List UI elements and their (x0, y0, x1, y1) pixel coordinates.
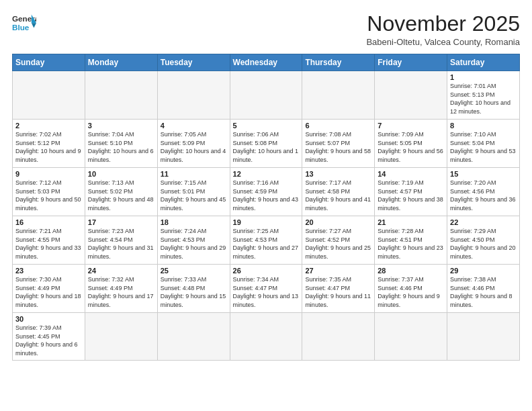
calendar-cell (230, 71, 302, 120)
day-info: Sunrise: 7:02 AM Sunset: 5:12 PM Dayligh… (15, 130, 82, 164)
calendar-cell: 16Sunrise: 7:21 AM Sunset: 4:55 PM Dayli… (13, 216, 85, 265)
day-info: Sunrise: 7:21 AM Sunset: 4:55 PM Dayligh… (15, 227, 82, 261)
day-info: Sunrise: 7:27 AM Sunset: 4:52 PM Dayligh… (305, 227, 371, 261)
calendar-cell: 7Sunrise: 7:09 AM Sunset: 5:05 PM Daylig… (375, 120, 447, 168)
col-saturday: Saturday (447, 54, 520, 71)
calendar-cell: 20Sunrise: 7:27 AM Sunset: 4:52 PM Dayli… (302, 216, 375, 265)
calendar-cell: 4Sunrise: 7:05 AM Sunset: 5:09 PM Daylig… (157, 120, 230, 168)
calendar-week-4: 16Sunrise: 7:21 AM Sunset: 4:55 PM Dayli… (13, 216, 520, 265)
calendar-cell: 27Sunrise: 7:35 AM Sunset: 4:47 PM Dayli… (302, 265, 375, 313)
calendar-cell: 1Sunrise: 7:01 AM Sunset: 5:13 PM Daylig… (447, 71, 520, 120)
day-info: Sunrise: 7:30 AM Sunset: 4:49 PM Dayligh… (15, 275, 82, 309)
day-info: Sunrise: 7:38 AM Sunset: 4:46 PM Dayligh… (450, 275, 517, 309)
logo-icon: General Blue (12, 12, 36, 36)
svg-marker-3 (32, 23, 36, 28)
header-row: Sunday Monday Tuesday Wednesday Thursday… (13, 54, 520, 71)
calendar-cell: 25Sunrise: 7:33 AM Sunset: 4:48 PM Dayli… (157, 265, 230, 313)
calendar-cell (375, 71, 447, 120)
calendar-cell: 21Sunrise: 7:28 AM Sunset: 4:51 PM Dayli… (375, 216, 447, 265)
day-info: Sunrise: 7:09 AM Sunset: 5:05 PM Dayligh… (378, 130, 444, 164)
day-number: 11 (161, 170, 227, 178)
calendar-cell: 30Sunrise: 7:39 AM Sunset: 4:45 PM Dayli… (13, 313, 85, 360)
day-number: 9 (15, 170, 82, 178)
day-number: 17 (88, 218, 154, 226)
day-number: 27 (305, 267, 371, 275)
calendar-cell (85, 71, 157, 120)
calendar-cell: 15Sunrise: 7:20 AM Sunset: 4:56 PM Dayli… (447, 168, 520, 216)
calendar-cell: 26Sunrise: 7:34 AM Sunset: 4:47 PM Dayli… (230, 265, 302, 313)
calendar-cell (13, 71, 85, 120)
day-info: Sunrise: 7:24 AM Sunset: 4:53 PM Dayligh… (161, 227, 227, 261)
day-number: 4 (161, 122, 227, 130)
calendar-cell (302, 71, 375, 120)
day-number: 19 (233, 218, 300, 226)
svg-text:Blue: Blue (12, 23, 30, 32)
calendar-cell: 24Sunrise: 7:32 AM Sunset: 4:49 PM Dayli… (85, 265, 157, 313)
day-number: 15 (450, 170, 517, 178)
day-number: 6 (305, 122, 371, 130)
day-number: 24 (88, 267, 154, 275)
day-number: 13 (305, 170, 371, 178)
calendar-cell: 11Sunrise: 7:15 AM Sunset: 5:01 PM Dayli… (157, 168, 230, 216)
day-number: 28 (378, 267, 444, 275)
calendar-table: Sunday Monday Tuesday Wednesday Thursday… (12, 54, 520, 360)
day-info: Sunrise: 7:33 AM Sunset: 4:48 PM Dayligh… (161, 275, 227, 309)
calendar-cell: 28Sunrise: 7:37 AM Sunset: 4:46 PM Dayli… (375, 265, 447, 313)
day-info: Sunrise: 7:13 AM Sunset: 5:02 PM Dayligh… (88, 179, 154, 212)
day-number: 25 (161, 267, 227, 275)
header: General Blue November 2025 Babeni-Oltetu… (12, 12, 520, 47)
day-info: Sunrise: 7:15 AM Sunset: 5:01 PM Dayligh… (161, 179, 227, 212)
col-wednesday: Wednesday (230, 54, 302, 71)
day-info: Sunrise: 7:23 AM Sunset: 4:54 PM Dayligh… (88, 227, 154, 261)
logo: General Blue (12, 12, 36, 36)
day-number: 7 (378, 122, 444, 130)
day-info: Sunrise: 7:01 AM Sunset: 5:13 PM Dayligh… (450, 82, 517, 116)
day-info: Sunrise: 7:25 AM Sunset: 4:53 PM Dayligh… (233, 227, 300, 261)
calendar-cell: 6Sunrise: 7:08 AM Sunset: 5:07 PM Daylig… (302, 120, 375, 168)
day-info: Sunrise: 7:19 AM Sunset: 4:57 PM Dayligh… (378, 179, 444, 212)
day-info: Sunrise: 7:16 AM Sunset: 4:59 PM Dayligh… (233, 179, 300, 212)
day-info: Sunrise: 7:39 AM Sunset: 4:45 PM Dayligh… (15, 324, 82, 357)
calendar-cell (447, 313, 520, 360)
day-info: Sunrise: 7:04 AM Sunset: 5:10 PM Dayligh… (88, 130, 154, 164)
day-number: 3 (88, 122, 154, 130)
calendar-cell (375, 313, 447, 360)
day-number: 22 (450, 218, 517, 226)
day-info: Sunrise: 7:37 AM Sunset: 4:46 PM Dayligh… (378, 275, 444, 309)
calendar-cell: 19Sunrise: 7:25 AM Sunset: 4:53 PM Dayli… (230, 216, 302, 265)
day-info: Sunrise: 7:06 AM Sunset: 5:08 PM Dayligh… (233, 130, 300, 164)
day-number: 29 (450, 267, 517, 275)
calendar-cell: 17Sunrise: 7:23 AM Sunset: 4:54 PM Dayli… (85, 216, 157, 265)
calendar-week-1: 1Sunrise: 7:01 AM Sunset: 5:13 PM Daylig… (13, 71, 520, 120)
day-number: 26 (233, 267, 300, 275)
calendar-cell: 18Sunrise: 7:24 AM Sunset: 4:53 PM Dayli… (157, 216, 230, 265)
day-number: 21 (378, 218, 444, 226)
col-friday: Friday (375, 54, 447, 71)
calendar-week-6: 30Sunrise: 7:39 AM Sunset: 4:45 PM Dayli… (13, 313, 520, 360)
day-info: Sunrise: 7:29 AM Sunset: 4:50 PM Dayligh… (450, 227, 517, 261)
calendar-week-3: 9Sunrise: 7:12 AM Sunset: 5:03 PM Daylig… (13, 168, 520, 216)
day-number: 8 (450, 122, 517, 130)
day-number: 12 (233, 170, 300, 178)
day-info: Sunrise: 7:34 AM Sunset: 4:47 PM Dayligh… (233, 275, 300, 309)
calendar-cell: 9Sunrise: 7:12 AM Sunset: 5:03 PM Daylig… (13, 168, 85, 216)
calendar-cell: 10Sunrise: 7:13 AM Sunset: 5:02 PM Dayli… (85, 168, 157, 216)
col-thursday: Thursday (302, 54, 375, 71)
calendar-week-2: 2Sunrise: 7:02 AM Sunset: 5:12 PM Daylig… (13, 120, 520, 168)
day-info: Sunrise: 7:12 AM Sunset: 5:03 PM Dayligh… (15, 179, 82, 212)
calendar-cell: 8Sunrise: 7:10 AM Sunset: 5:04 PM Daylig… (447, 120, 520, 168)
day-number: 30 (15, 315, 82, 323)
day-info: Sunrise: 7:05 AM Sunset: 5:09 PM Dayligh… (161, 130, 227, 164)
day-number: 2 (15, 122, 82, 130)
day-info: Sunrise: 7:10 AM Sunset: 5:04 PM Dayligh… (450, 130, 517, 164)
subtitle: Babeni-Oltetu, Valcea County, Romania (366, 37, 520, 47)
day-info: Sunrise: 7:08 AM Sunset: 5:07 PM Dayligh… (305, 130, 371, 164)
day-info: Sunrise: 7:32 AM Sunset: 4:49 PM Dayligh… (88, 275, 154, 309)
calendar-cell (85, 313, 157, 360)
day-info: Sunrise: 7:17 AM Sunset: 4:58 PM Dayligh… (305, 179, 371, 212)
day-number: 16 (15, 218, 82, 226)
page: General Blue November 2025 Babeni-Oltetu… (0, 0, 532, 411)
calendar-cell: 13Sunrise: 7:17 AM Sunset: 4:58 PM Dayli… (302, 168, 375, 216)
day-info: Sunrise: 7:20 AM Sunset: 4:56 PM Dayligh… (450, 179, 517, 212)
day-number: 20 (305, 218, 371, 226)
